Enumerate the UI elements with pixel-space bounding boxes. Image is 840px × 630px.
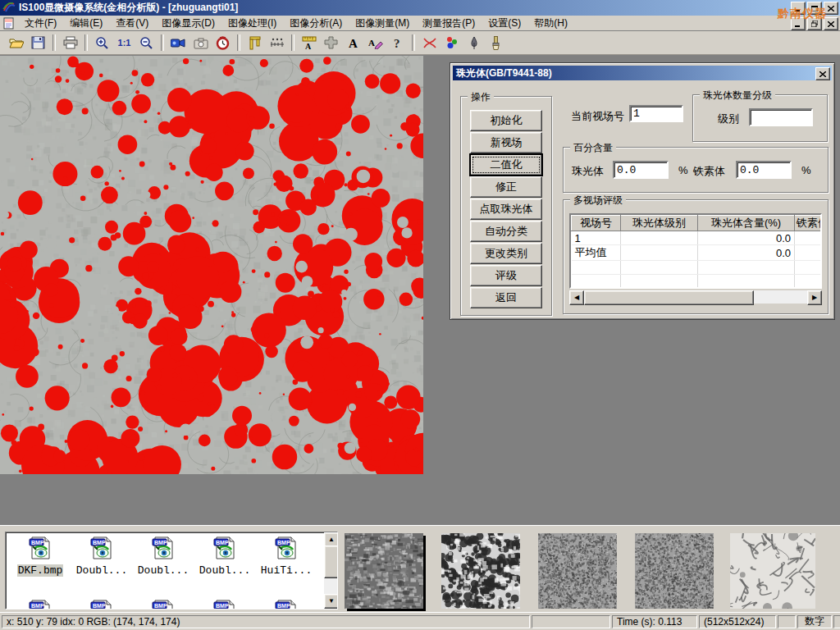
file-item[interactable]: BMPDKF.bmp bbox=[11, 535, 70, 577]
menu-image-measure[interactable]: 图像测量(M) bbox=[349, 16, 416, 31]
file-item[interactable]: BMPDoubl... bbox=[72, 535, 131, 577]
zoom-in-icon[interactable] bbox=[92, 34, 112, 52]
file-item[interactable]: BMP bbox=[72, 598, 131, 609]
actual-size-icon[interactable]: 1:1 bbox=[114, 34, 135, 52]
scroll-left-icon[interactable]: ◀ bbox=[569, 290, 584, 305]
caliper-icon[interactable] bbox=[244, 34, 265, 52]
pen-icon[interactable] bbox=[463, 34, 484, 52]
maximize-button[interactable] bbox=[807, 2, 822, 15]
menu-edit[interactable]: 编辑(E) bbox=[63, 16, 109, 31]
init-button[interactable]: 初始化 bbox=[470, 110, 542, 131]
scroll-right-icon[interactable]: ▶ bbox=[807, 290, 822, 305]
brush-icon[interactable] bbox=[486, 34, 506, 52]
save-icon[interactable] bbox=[28, 34, 48, 52]
pearlite-percent-input[interactable] bbox=[613, 161, 669, 179]
thumbnail-1[interactable] bbox=[345, 533, 423, 609]
pearlite-dialog: 珠光体(GB/T9441-88) 操作 初始化 新视场 二值化 修正 点取珠光体… bbox=[450, 62, 835, 320]
file-item[interactable]: BMPHuiTi... bbox=[257, 535, 316, 577]
file-list-scrollbar[interactable]: ▲ ▼ bbox=[324, 532, 337, 609]
file-item[interactable]: BMP bbox=[257, 598, 316, 609]
correct-button[interactable]: 修正 bbox=[470, 176, 542, 198]
percent-group: 百分含量 珠光体 % 铁素体 % bbox=[563, 147, 829, 193]
bmp-file-icon: BMP bbox=[211, 552, 239, 564]
current-view-input[interactable] bbox=[629, 105, 683, 122]
ruler-icon[interactable] bbox=[267, 34, 287, 52]
child-minimize-button[interactable] bbox=[791, 17, 806, 30]
child-restore-button[interactable] bbox=[807, 17, 822, 30]
scrollbar-thumb[interactable] bbox=[324, 546, 338, 578]
toolbar-separator bbox=[84, 34, 88, 51]
thumbnail-4[interactable] bbox=[635, 533, 714, 609]
status-mode: 数字 bbox=[797, 615, 832, 628]
menu-image-display[interactable]: 图像显示(D) bbox=[155, 16, 221, 31]
file-item[interactable]: BMP bbox=[195, 598, 254, 609]
dialog-close-icon[interactable] bbox=[815, 67, 830, 80]
bmp-file-icon: BMP bbox=[88, 552, 116, 564]
status-time: Time (s): 0.113 bbox=[612, 615, 697, 628]
auto-classify-button[interactable]: 自动分类 bbox=[470, 221, 542, 242]
file-item[interactable]: BMPDoubl... bbox=[134, 535, 193, 577]
stamp-icon[interactable] bbox=[321, 34, 341, 52]
close-button[interactable] bbox=[824, 2, 838, 15]
ferrite-percent-input[interactable] bbox=[736, 161, 792, 179]
open-icon[interactable] bbox=[6, 34, 26, 52]
text-icon[interactable]: A bbox=[343, 34, 363, 52]
change-class-button[interactable]: 更改类别 bbox=[470, 243, 542, 264]
camera-icon[interactable] bbox=[190, 34, 211, 52]
toolbar-separator bbox=[237, 34, 240, 51]
table-row[interactable]: 1 0.0 bbox=[572, 231, 823, 245]
measure-text-icon[interactable]: A bbox=[299, 34, 319, 52]
rating-table[interactable]: 视场号 珠光体级别 珠光体含量(%) 铁素体含量(%) 1 0.0 平均值 0.… bbox=[569, 213, 822, 289]
status-empty-1 bbox=[532, 615, 610, 628]
thumbnail-5[interactable] bbox=[730, 533, 815, 609]
curve-icon[interactable] bbox=[419, 34, 440, 52]
thumbnail-2[interactable] bbox=[441, 533, 520, 609]
grading-legend: 珠光体数量分级 bbox=[700, 89, 775, 103]
multi-field-legend: 多视场评级 bbox=[570, 194, 626, 208]
menu-report[interactable]: 测量报告(P) bbox=[416, 16, 482, 31]
grade-input[interactable] bbox=[749, 108, 813, 126]
return-button[interactable]: 返回 bbox=[470, 287, 542, 308]
svg-text:A: A bbox=[305, 42, 312, 50]
menu-view[interactable]: 查看(V) bbox=[109, 16, 155, 31]
dialog-title: 珠光体(GB/T9441-88) bbox=[456, 66, 552, 80]
file-item[interactable]: BMP bbox=[11, 598, 70, 609]
table-row[interactable]: 平均值 0.0 bbox=[572, 245, 823, 261]
timer-icon[interactable] bbox=[212, 34, 233, 52]
scrollbar-thumb[interactable] bbox=[584, 290, 754, 305]
menu-help[interactable]: 帮助(H) bbox=[527, 16, 574, 31]
help-icon[interactable]: ? bbox=[387, 34, 408, 52]
scroll-down-icon[interactable]: ▼ bbox=[324, 594, 338, 609]
document-icon[interactable] bbox=[2, 17, 15, 30]
annotate-icon[interactable]: A bbox=[365, 34, 386, 52]
col-pearlite-content[interactable]: 珠光体含量(%) bbox=[698, 216, 795, 231]
current-view-label: 当前视场号 bbox=[571, 109, 624, 124]
menu-file[interactable]: 文件(F) bbox=[18, 16, 63, 31]
video-camera-icon[interactable] bbox=[168, 34, 189, 52]
table-horizontal-scrollbar[interactable]: ◀ ▶ bbox=[569, 290, 822, 304]
child-close-button[interactable] bbox=[824, 17, 838, 30]
minimize-button[interactable] bbox=[791, 2, 806, 15]
col-ferrite-content[interactable]: 铁素体含量(%) bbox=[795, 216, 823, 231]
metallograph-image[interactable] bbox=[0, 56, 423, 474]
menu-settings[interactable]: 设置(S) bbox=[482, 16, 527, 31]
rate-button[interactable]: 评级 bbox=[470, 265, 542, 286]
col-field-no[interactable]: 视场号 bbox=[572, 216, 621, 231]
col-pearlite-grade[interactable]: 珠光体级别 bbox=[621, 216, 698, 231]
binarize-button[interactable]: 二值化 bbox=[470, 154, 542, 176]
toolbar-separator bbox=[291, 34, 294, 51]
menu-image-process[interactable]: 图像处理(I) bbox=[221, 16, 283, 31]
svg-text:BMP: BMP bbox=[277, 540, 290, 546]
file-list[interactable]: BMPDKF.bmp BMPDoubl... BMPDoubl... BMPDo… bbox=[5, 532, 338, 609]
svg-text:BMP: BMP bbox=[154, 603, 167, 609]
thumbnail-3[interactable] bbox=[538, 533, 617, 609]
file-item[interactable]: BMP bbox=[134, 598, 193, 609]
new-field-button[interactable]: 新视场 bbox=[470, 132, 542, 153]
status-image-size: (512x512x24) bbox=[699, 615, 776, 628]
pick-pearlite-button[interactable]: 点取珠光体 bbox=[470, 199, 542, 220]
count-icon[interactable] bbox=[441, 34, 462, 52]
file-item[interactable]: BMPDoubl... bbox=[195, 535, 254, 577]
print-icon[interactable] bbox=[60, 34, 80, 52]
menu-image-analysis[interactable]: 图像分析(A) bbox=[283, 16, 349, 31]
zoom-out-icon[interactable] bbox=[136, 34, 157, 52]
